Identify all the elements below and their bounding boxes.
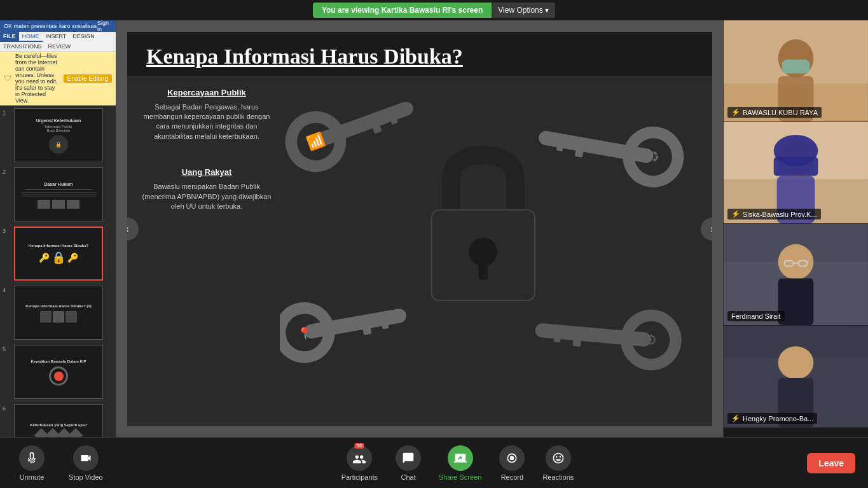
participant-video-2: ⚡ Siska-Bawaslu Prov.K...: [724, 122, 868, 224]
reactions-icon: [546, 445, 571, 471]
slide-frame: Kenapa Informasi Harus Dibuka? Kepercaya…: [127, 32, 712, 426]
svg-rect-27: [782, 60, 810, 74]
slide-num-6: 6: [3, 404, 11, 412]
viewing-badge: You are viewing Kartika Bawaslu RI's scr…: [313, 3, 492, 18]
participants-icon: 50: [347, 445, 372, 471]
svg-text:📍: 📍: [296, 324, 313, 341]
svg-point-46: [510, 456, 514, 460]
tab-design[interactable]: DESIGN: [69, 32, 98, 42]
slide-thumb-5[interactable]: 5 Kewajiban Bawaslu Dalam KIP: [0, 342, 116, 401]
slide-num-3: 3: [3, 227, 11, 234]
share-screen-icon: [448, 445, 473, 471]
view-options-button[interactable]: View Options ▾: [492, 3, 555, 18]
svg-text:♻: ♻: [645, 148, 661, 165]
participants-button[interactable]: 50 Participants: [336, 443, 383, 484]
stop-video-button[interactable]: Stop Video: [64, 443, 108, 484]
video-icon: [73, 445, 99, 471]
svg-rect-21: [573, 337, 581, 346]
unmute-icon: [19, 445, 45, 471]
slide-num-5: 5: [3, 345, 11, 352]
svg-point-43: [778, 346, 814, 379]
slide-main-wrapper: Kenapa Informasi Harus Dibuka? Kepercaya…: [116, 20, 723, 437]
tab-review[interactable]: REVIEW: [45, 42, 74, 51]
content-area: Kenapa Informasi Harus Dibuka? Kepercaya…: [116, 20, 868, 437]
top-notification-bar: You are viewing Kartika Bawaslu RI's scr…: [0, 0, 868, 20]
toolbar-right: Leave: [807, 453, 855, 473]
slide-title: Kenapa Informasi Harus Dibuka?: [146, 45, 693, 69]
bawaslu-icon-1: ⚡: [731, 108, 740, 116]
leave-button[interactable]: Leave: [807, 453, 855, 473]
ppt-ribbon-tabs: FILE HOME INSERT DESIGN TRANSITIONS REVI…: [0, 32, 116, 52]
svg-rect-16: [362, 324, 371, 335]
main-view: Kenapa Informasi Harus Dibuka? Kepercaya…: [116, 20, 868, 437]
tab-home[interactable]: HOME: [19, 32, 43, 42]
participant-name-3: Ferdinand Sirait: [727, 311, 785, 321]
participant-video-1: ⚡ BAWASLU KUBU RAYA: [724, 20, 868, 122]
reactions-label: Reactions: [542, 473, 574, 481]
slide-img-6[interactable]: Keterbukaan yang Seperti apa?: [14, 404, 103, 437]
section2-heading: Uang Rakyat: [140, 167, 273, 178]
slide-num-2: 2: [3, 167, 11, 175]
ppt-title-text: OK materi presentasi karo sosialisasi pp…: [4, 23, 97, 29]
participants-sidebar: ⚡ BAWASLU KUBU RAYA: [723, 20, 868, 437]
slide-thumb-2[interactable]: 2 Dasar Hukum: [0, 165, 116, 224]
ppt-title-bar: OK materi presentasi karo sosialisasi pp…: [0, 20, 116, 32]
section1-body: Sebagai Badan Pengawas, harus membangun …: [140, 102, 273, 142]
svg-text:⚙: ⚙: [644, 331, 658, 348]
participants-label: Participants: [341, 473, 378, 481]
record-icon: [499, 445, 525, 471]
tab-insert[interactable]: INSERT: [43, 32, 70, 42]
unmute-button[interactable]: Unmute: [13, 443, 51, 484]
slide-img-1[interactable]: Urgensi Keterbukaan Informasi Publik Bag…: [14, 108, 103, 162]
chat-label: Chat: [401, 473, 415, 481]
share-screen-button[interactable]: Share Screen: [434, 443, 486, 484]
toolbar-left: Unmute Stop Video: [13, 443, 108, 484]
chat-button[interactable]: Chat: [389, 443, 427, 484]
slide-illustration: 📶 ♻: [280, 87, 699, 417]
section2-body: Bawaslu merupakan Badan Publik (menerima…: [140, 182, 273, 211]
svg-rect-12: [479, 261, 488, 279]
slide-thumbnail-list: 1 Urgensi Keterbukaan Informasi Publik B…: [0, 106, 116, 437]
share-screen-label: Share Screen: [439, 473, 481, 481]
participant-name-4: ⚡ Hengky Pramono-Ba...: [727, 413, 817, 424]
svg-rect-17: [382, 321, 389, 329]
toolbar-center: 50 Participants Chat Share Screen Record: [336, 443, 579, 484]
slide-thumbnail-panel: OK materi presentasi karo sosialisasi pp…: [0, 20, 116, 437]
svg-point-36: [778, 244, 814, 280]
main-layout: OK materi presentasi karo sosialisasi pp…: [0, 20, 868, 437]
slide-thumb-6[interactable]: 6 Keterbukaan yang Seperti apa?: [0, 401, 116, 437]
slide-num-1: 1: [3, 108, 11, 116]
record-button[interactable]: Record: [493, 443, 531, 484]
shield-icon: 🛡: [4, 74, 11, 83]
slide-img-3[interactable]: Kenapa Informasi Harus Dibuka? 🔑 🔒 🔑: [14, 227, 103, 281]
tab-transitions[interactable]: TRANSITIONS: [0, 42, 45, 51]
tab-file[interactable]: FILE: [0, 32, 19, 42]
svg-rect-9: [556, 144, 564, 151]
participant-name-2: ⚡ Siska-Bawaslu Prov.K...: [727, 209, 821, 220]
section1-heading: Kepercayaan Publik: [140, 87, 273, 99]
slide-num-4: 4: [3, 286, 11, 293]
slide-thumb-1[interactable]: 1 Urgensi Keterbukaan Informasi Publik B…: [0, 106, 116, 165]
stop-video-label: Stop Video: [69, 473, 103, 481]
participants-count-badge: 50: [355, 443, 364, 449]
bawaslu-icon-2: ⚡: [731, 210, 740, 218]
participant-video-4: ⚡ Hengky Pramono-Ba...: [724, 326, 868, 428]
svg-rect-8: [575, 147, 584, 157]
ppt-toolbar-area: OK materi presentasi karo sosialisasi pp…: [0, 20, 116, 106]
slide-thumb-4[interactable]: 4 Kenapa Informasi Harus Dibuka? (2): [0, 283, 116, 342]
slide-img-5[interactable]: Kewajiban Bawaslu Dalam KIP: [14, 345, 103, 399]
chat-icon: [396, 445, 421, 471]
svg-rect-22: [554, 335, 561, 342]
bottom-toolbar: Unmute Stop Video 50 Participants Chat: [0, 437, 868, 488]
slide-img-2[interactable]: Dasar Hukum: [14, 167, 103, 221]
participant-video-3: Ferdinand Sirait: [724, 224, 868, 326]
slide-thumb-3[interactable]: 3 Kenapa Informasi Harus Dibuka? 🔑 🔒 🔑: [0, 224, 116, 283]
enable-editing-button[interactable]: Enable Editing: [64, 74, 113, 83]
unmute-label: Unmute: [20, 473, 45, 481]
protected-view-text: Be careful—files from the Internet can c…: [15, 53, 60, 104]
svg-rect-32: [774, 157, 818, 176]
slide-img-4[interactable]: Kenapa Informasi Harus Dibuka? (2): [14, 286, 103, 340]
reactions-button[interactable]: Reactions: [537, 443, 579, 484]
bawaslu-icon-4: ⚡: [731, 414, 740, 422]
protected-view-bar: 🛡 Be careful—files from the Internet can…: [0, 52, 116, 106]
